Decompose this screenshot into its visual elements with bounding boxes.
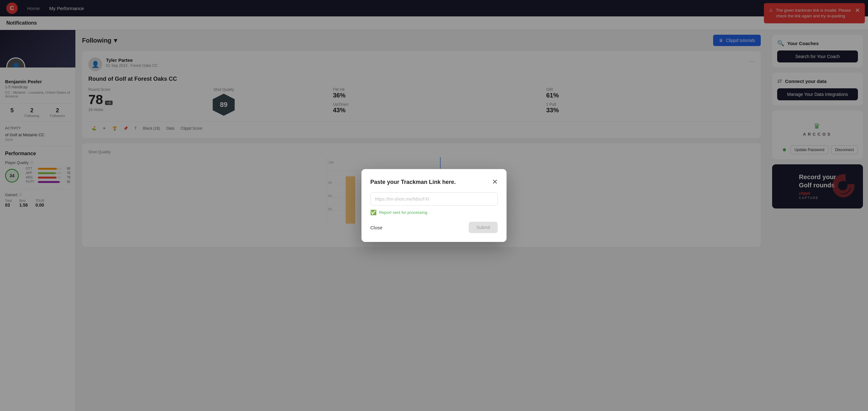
trackman-modal: Paste your Trackman Link here. ✕ ✅ Repor… xyxy=(362,169,506,242)
trackman-link-input[interactable] xyxy=(370,192,498,205)
modal-header: Paste your Trackman Link here. ✕ xyxy=(370,178,498,186)
modal-submit-button[interactable]: Submit xyxy=(469,222,498,233)
modal-success-message: ✅ Report sent for processing xyxy=(370,210,498,215)
modal-overlay[interactable]: Paste your Trackman Link here. ✕ ✅ Repor… xyxy=(0,0,868,411)
modal-footer: Close Submit xyxy=(370,222,498,233)
success-check-icon: ✅ xyxy=(370,210,377,215)
modal-title: Paste your Trackman Link here. xyxy=(370,179,456,186)
modal-close-button[interactable]: Close xyxy=(370,222,382,233)
modal-close-x-button[interactable]: ✕ xyxy=(492,178,498,186)
